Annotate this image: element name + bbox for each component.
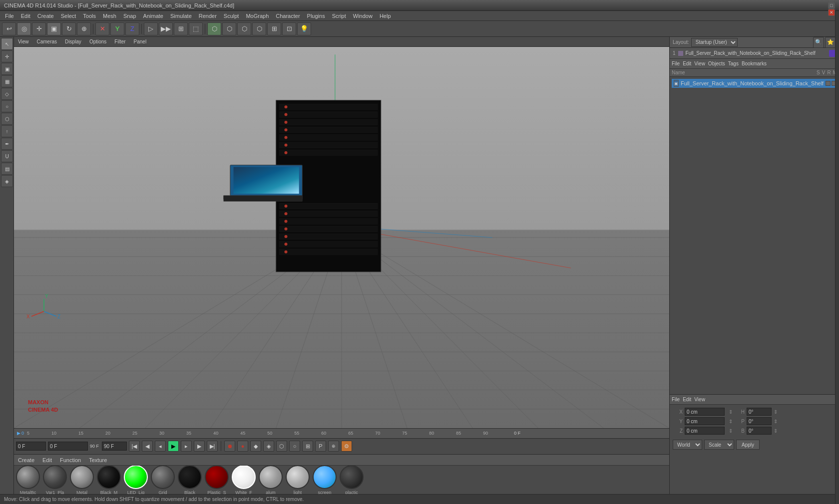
- mat-edit[interactable]: Edit: [40, 456, 54, 464]
- apply-button[interactable]: Apply: [736, 440, 760, 450]
- cam-btn[interactable]: ⊡: [282, 22, 296, 35]
- obj-bookmarks[interactable]: Bookmarks: [742, 61, 767, 66]
- menu-file[interactable]: File: [2, 12, 17, 20]
- attr-h-input[interactable]: [747, 408, 772, 416]
- uv-btn[interactable]: ⊞: [267, 22, 281, 35]
- motion-clip-btn[interactable]: ◈: [263, 441, 274, 452]
- rot-key-btn[interactable]: ○: [289, 441, 300, 452]
- light-btn[interactable]: 💡: [297, 22, 311, 35]
- attr-x-input[interactable]: [685, 408, 725, 416]
- prev-key-btn[interactable]: ◂: [155, 441, 166, 452]
- attr-p-input[interactable]: [747, 417, 772, 425]
- menu-window[interactable]: Window: [350, 12, 376, 20]
- obj-file[interactable]: File: [672, 61, 680, 66]
- vp-menu-panel[interactable]: Panel: [132, 38, 149, 45]
- obj-view[interactable]: View: [694, 61, 705, 66]
- sel-z-btn[interactable]: Z: [125, 22, 139, 35]
- material-item-LED_Lig[interactable]: LED_Lig: [124, 466, 148, 494]
- menu-mesh[interactable]: Mesh: [100, 12, 119, 20]
- auto-key-btn[interactable]: ●: [237, 441, 248, 452]
- object-item-rack[interactable]: ▣ Full_Server_Rack_with_Notebook_on_Slid…: [672, 79, 837, 88]
- search-btn[interactable]: 🔍: [813, 37, 824, 48]
- para-btn[interactable]: P: [315, 441, 326, 452]
- menu-character[interactable]: Character: [273, 12, 303, 20]
- key-all-btn[interactable]: ◆: [250, 441, 261, 452]
- menu-edit[interactable]: Edit: [18, 12, 33, 20]
- pos-key-btn[interactable]: ⬡: [276, 441, 287, 452]
- next-frame-btn[interactable]: ▶: [194, 441, 205, 452]
- transform-select[interactable]: Scale Move Rotate: [704, 440, 734, 450]
- object-btn[interactable]: ⬡: [207, 22, 221, 35]
- menu-sculpt[interactable]: Sculpt: [221, 12, 242, 20]
- move-btn[interactable]: ✛: [32, 22, 46, 35]
- point-btn[interactable]: ⬡: [252, 22, 266, 35]
- render-view-btn[interactable]: ⊞: [174, 22, 188, 35]
- menu-animate[interactable]: Animate: [140, 12, 166, 20]
- material-item-White_F[interactable]: White_F: [232, 466, 256, 494]
- poly-btn[interactable]: ⬡: [222, 22, 236, 35]
- material-item-Black_M[interactable]: Black_M: [97, 466, 121, 494]
- material-item-Grid[interactable]: Grid: [151, 466, 175, 494]
- vp-menu-view[interactable]: View: [16, 38, 31, 45]
- menu-create[interactable]: Create: [34, 12, 57, 20]
- next-key-btn[interactable]: ▸: [181, 441, 192, 452]
- layout-select[interactable]: Startup (User): [691, 38, 738, 47]
- obj-tags[interactable]: Tags: [728, 61, 739, 66]
- vp-menu-filter[interactable]: Filter: [112, 38, 127, 45]
- mat-texture[interactable]: Texture: [87, 456, 109, 464]
- material-item-screen[interactable]: screen: [313, 466, 337, 494]
- obj-objects[interactable]: Objects: [708, 61, 725, 66]
- menu-select[interactable]: Select: [58, 12, 79, 20]
- sidebar-move[interactable]: ✛: [1, 50, 13, 62]
- material-item-alum[interactable]: alum: [259, 466, 283, 494]
- render-region-btn[interactable]: ⬚: [189, 22, 203, 35]
- menu-snap[interactable]: Snap: [120, 12, 139, 20]
- pow-btn[interactable]: ⊕: [328, 441, 339, 452]
- material-item-Black[interactable]: Black: [178, 466, 202, 494]
- vp-menu-options[interactable]: Options: [87, 38, 108, 45]
- sidebar-magnet[interactable]: U: [1, 150, 13, 162]
- vp-menu-display[interactable]: Display: [63, 38, 83, 45]
- options-btn[interactable]: ⚙: [341, 441, 352, 452]
- rotate-btn[interactable]: ↻: [62, 22, 76, 35]
- redo-btn[interactable]: ◎: [17, 22, 31, 35]
- sidebar-diamond[interactable]: ◇: [1, 88, 13, 100]
- edge-btn[interactable]: ⬡: [237, 22, 251, 35]
- attr-y-input[interactable]: [685, 417, 725, 425]
- mat-function[interactable]: Function: [58, 456, 83, 464]
- render-all-btn[interactable]: ▶▶: [159, 22, 173, 35]
- menu-mograph[interactable]: MoGraph: [243, 12, 272, 20]
- attr-b-input[interactable]: [747, 427, 772, 435]
- sidebar-sphere[interactable]: ○: [1, 100, 13, 112]
- material-item-Plastic_S[interactable]: Plastic_S: [205, 466, 229, 494]
- frame-end-input[interactable]: [102, 442, 127, 451]
- material-item-Metal[interactable]: Metal: [70, 466, 94, 494]
- record-btn[interactable]: ⏺: [224, 441, 235, 452]
- mat-create[interactable]: Create: [16, 456, 36, 464]
- menu-tools[interactable]: Tools: [80, 12, 99, 20]
- sidebar-pen[interactable]: ✒: [1, 138, 13, 150]
- play-btn[interactable]: ▶: [168, 441, 179, 452]
- right-scrollbar[interactable]: [835, 11, 839, 504]
- frame-current-input[interactable]: [16, 442, 46, 451]
- maximize-button[interactable]: □: [828, 2, 835, 9]
- menu-script[interactable]: Script: [329, 12, 349, 20]
- render-active-btn[interactable]: ▷: [144, 22, 158, 35]
- viewport-3d[interactable]: Perspective: [14, 47, 669, 428]
- goto-start-btn[interactable]: |◀: [129, 441, 140, 452]
- coord-system-select[interactable]: World Local Object: [673, 440, 702, 450]
- menu-help[interactable]: Help: [377, 12, 394, 20]
- prev-frame-btn[interactable]: ◀: [142, 441, 153, 452]
- add-btn[interactable]: ⊕: [77, 22, 91, 35]
- close-button[interactable]: ✕: [828, 9, 835, 16]
- menu-plugins[interactable]: Plugins: [304, 12, 328, 20]
- menu-simulate[interactable]: Simulate: [167, 12, 195, 20]
- material-item-plactic[interactable]: plactic: [340, 466, 364, 494]
- sidebar-arrow[interactable]: ↑: [1, 125, 13, 137]
- sidebar-pointer[interactable]: ↖: [1, 38, 13, 50]
- scale-key-btn[interactable]: ⊞: [302, 441, 313, 452]
- sidebar-cube[interactable]: ▣: [1, 63, 13, 75]
- vp-menu-cameras[interactable]: Cameras: [35, 38, 59, 45]
- attr-edit[interactable]: Edit: [683, 397, 691, 402]
- obj-flag-s[interactable]: [826, 81, 831, 86]
